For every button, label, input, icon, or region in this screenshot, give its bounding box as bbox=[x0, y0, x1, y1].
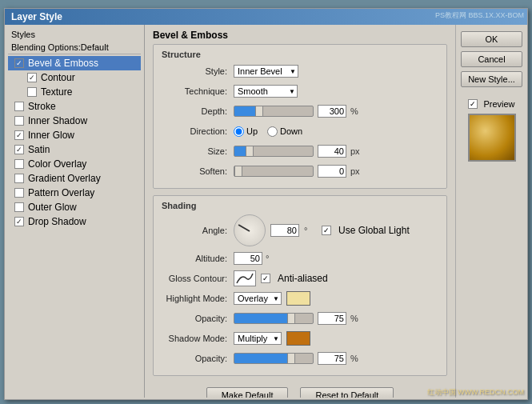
soften-slider[interactable] bbox=[234, 166, 314, 177]
soften-field-label: Soften: bbox=[162, 166, 234, 176]
size-row: Size: px bbox=[162, 143, 438, 159]
new-style-button[interactable]: New Style... bbox=[461, 71, 522, 87]
sidebar-item-color-overlay[interactable]: Color Overlay bbox=[8, 157, 141, 171]
use-global-light-label: Use Global Light bbox=[338, 225, 410, 236]
bottom-buttons: Make Default Reset to Default bbox=[153, 382, 447, 398]
direction-down-radio[interactable] bbox=[267, 126, 278, 137]
satin-checkbox[interactable] bbox=[14, 145, 24, 154]
highlight-color-swatch[interactable] bbox=[286, 291, 310, 306]
sidebar-item-pattern-overlay[interactable]: Pattern Overlay bbox=[8, 186, 141, 200]
direction-field-label: Direction: bbox=[162, 126, 234, 136]
reset-to-default-button[interactable]: Reset to Default bbox=[300, 387, 394, 398]
gloss-contour-field-label: Gloss Contour: bbox=[162, 274, 234, 283]
technique-select-wrapper[interactable]: Smooth Chisel Hard Chisel Soft bbox=[234, 85, 298, 98]
soften-row: Soften: px bbox=[162, 163, 438, 179]
direction-down-label: Down bbox=[280, 126, 302, 136]
inner-glow-checkbox[interactable] bbox=[14, 130, 24, 140]
highlight-mode-select-wrapper[interactable]: Overlay Normal Multiply bbox=[234, 292, 282, 305]
pattern-overlay-checkbox[interactable] bbox=[14, 188, 24, 198]
sidebar-item-inner-shadow[interactable]: Inner Shadow bbox=[8, 114, 141, 128]
technique-row: Technique: Smooth Chisel Hard Chisel Sof… bbox=[162, 83, 438, 99]
size-slider-container: px bbox=[234, 145, 363, 158]
direction-up-label: Up bbox=[246, 126, 258, 136]
shadow-opacity-field-label: Opacity: bbox=[162, 354, 234, 363]
shadow-opacity-row: Opacity: % bbox=[162, 350, 438, 366]
ok-button[interactable]: OK bbox=[461, 31, 522, 47]
sidebar-item-contour[interactable]: Contour bbox=[8, 70, 141, 85]
right-buttons-panel: OK Cancel New Style... Preview bbox=[455, 25, 527, 398]
highlight-opacity-value-input[interactable] bbox=[318, 312, 346, 325]
sidebar-item-outer-glow[interactable]: Outer Glow bbox=[8, 200, 141, 214]
soften-unit: px bbox=[350, 166, 363, 176]
cancel-button[interactable]: Cancel bbox=[461, 51, 522, 67]
sidebar-item-drop-shadow[interactable]: Drop Shadow bbox=[8, 214, 141, 229]
sidebar-item-inner-glow[interactable]: Inner Glow bbox=[8, 128, 141, 142]
shadow-color-swatch[interactable] bbox=[286, 331, 310, 346]
direction-up-radio[interactable] bbox=[234, 126, 244, 137]
shadow-mode-select-wrapper[interactable]: Multiply Normal Screen bbox=[234, 332, 282, 345]
gradient-overlay-label: Gradient Overlay bbox=[28, 173, 101, 184]
altitude-row: Altitude: ° bbox=[162, 250, 438, 266]
use-global-light-checkbox[interactable] bbox=[322, 226, 331, 235]
anti-aliased-checkbox[interactable] bbox=[261, 274, 270, 283]
drop-shadow-checkbox[interactable] bbox=[14, 217, 24, 226]
size-slider[interactable] bbox=[234, 146, 314, 157]
angle-value-input[interactable] bbox=[270, 224, 299, 237]
shadow-opacity-slider[interactable] bbox=[234, 353, 314, 364]
contour-label: Contour bbox=[41, 72, 75, 83]
styles-section-label: Styles bbox=[8, 28, 141, 41]
sidebar-item-stroke[interactable]: Stroke bbox=[8, 99, 141, 114]
sidebar-item-bevel-emboss[interactable]: Bevel & Emboss bbox=[8, 56, 141, 70]
preview-thumbnail bbox=[468, 114, 516, 162]
pattern-overlay-label: Pattern Overlay bbox=[28, 187, 94, 198]
texture-checkbox[interactable] bbox=[27, 87, 37, 97]
watermark-bottom: 红动中国 WWW.REDCN.COM bbox=[427, 387, 525, 398]
altitude-value-input[interactable] bbox=[234, 252, 262, 265]
highlight-opacity-slider[interactable] bbox=[234, 313, 314, 324]
sidebar-item-gradient-overlay[interactable]: Gradient Overlay bbox=[8, 171, 141, 186]
preview-section: Preview bbox=[461, 99, 522, 162]
direction-up-option[interactable]: Up bbox=[234, 126, 258, 137]
style-field-label: Style: bbox=[162, 66, 234, 76]
stroke-checkbox[interactable] bbox=[14, 102, 24, 111]
style-select[interactable]: Inner Bevel Outer Bevel Emboss bbox=[234, 65, 298, 78]
make-default-button[interactable]: Make Default bbox=[206, 387, 289, 398]
highlight-mode-row: Highlight Mode: Overlay Normal Multiply bbox=[162, 290, 438, 306]
gloss-contour-swatch[interactable] bbox=[234, 270, 256, 286]
sidebar-item-satin[interactable]: Satin bbox=[8, 142, 141, 157]
shadow-opacity-value-input[interactable] bbox=[318, 352, 346, 365]
shading-section: Shading Angle: ° Use Global Light bbox=[153, 195, 447, 376]
shadow-mode-row: Shadow Mode: Multiply Normal Screen bbox=[162, 330, 438, 346]
depth-slider[interactable] bbox=[234, 106, 314, 117]
depth-value-input[interactable] bbox=[318, 105, 346, 118]
bevel-emboss-checkbox[interactable] bbox=[14, 58, 24, 68]
shadow-mode-field-label: Shadow Mode: bbox=[162, 334, 234, 343]
watermark-top: PS教程网 BBS.1X.XX-BOM bbox=[435, 10, 524, 21]
stroke-label: Stroke bbox=[28, 101, 56, 112]
color-overlay-checkbox[interactable] bbox=[14, 159, 24, 169]
outer-glow-checkbox[interactable] bbox=[14, 202, 24, 212]
size-field-label: Size: bbox=[162, 146, 234, 156]
technique-select[interactable]: Smooth Chisel Hard Chisel Soft bbox=[234, 85, 298, 98]
structure-section: Structure Style: Inner Bevel Outer Bevel… bbox=[153, 44, 447, 189]
preview-checkbox[interactable] bbox=[468, 99, 478, 109]
size-value-input[interactable] bbox=[318, 145, 346, 158]
inner-shadow-checkbox[interactable] bbox=[14, 116, 24, 126]
gradient-overlay-checkbox[interactable] bbox=[14, 174, 24, 183]
soften-value-input[interactable] bbox=[318, 165, 346, 178]
depth-row: Depth: % bbox=[162, 103, 438, 119]
drop-shadow-label: Drop Shadow bbox=[28, 216, 86, 227]
highlight-mode-select[interactable]: Overlay Normal Multiply bbox=[234, 292, 282, 305]
direction-down-option[interactable]: Down bbox=[267, 126, 302, 137]
angle-dial[interactable] bbox=[234, 214, 266, 246]
altitude-field-label: Altitude: bbox=[162, 254, 234, 263]
sidebar-item-texture[interactable]: Texture bbox=[8, 85, 141, 99]
contour-checkbox[interactable] bbox=[27, 73, 37, 82]
structure-title: Structure bbox=[162, 50, 438, 59]
depth-field-label: Depth: bbox=[162, 106, 234, 116]
shadow-mode-select[interactable]: Multiply Normal Screen bbox=[234, 332, 282, 345]
shadow-opacity-unit: % bbox=[350, 354, 363, 363]
style-select-wrapper[interactable]: Inner Bevel Outer Bevel Emboss bbox=[234, 65, 298, 78]
style-row: Style: Inner Bevel Outer Bevel Emboss bbox=[162, 63, 438, 79]
anti-aliased-label: Anti-aliased bbox=[278, 273, 328, 284]
